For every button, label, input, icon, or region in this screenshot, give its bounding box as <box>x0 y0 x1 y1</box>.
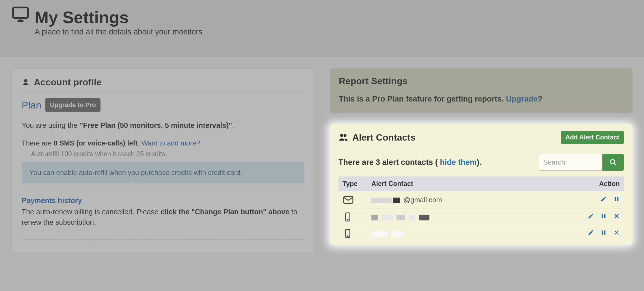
svg-rect-3 <box>615 197 616 201</box>
contact-cell: @gmail.com <box>367 191 531 209</box>
table-row <box>338 209 624 225</box>
mobile-icon <box>343 228 363 239</box>
report-upgrade-link[interactable]: Upgrade <box>506 95 538 103</box>
x-icon <box>613 213 620 219</box>
pause-icon <box>600 213 607 219</box>
svg-rect-7 <box>602 214 603 218</box>
delete-contact-button[interactable] <box>613 229 620 236</box>
report-text-prefix: This is a Pro Plan feature for getting r… <box>339 95 506 103</box>
report-text-suffix: ? <box>538 95 543 103</box>
report-settings-title: Report Settings <box>339 76 623 86</box>
payments-text: The auto-renew billing is cancelled. Ple… <box>22 207 304 228</box>
plan-desc-prefix: You are using the <box>22 121 80 129</box>
add-sms-link[interactable]: Want to add more? <box>142 139 200 147</box>
report-settings-panel: Report Settings This is a Pro Plan featu… <box>330 69 632 113</box>
alert-contacts-panel: Alert Contacts Add Alert Contact There a… <box>330 124 632 245</box>
separator <box>22 191 304 191</box>
report-settings-text: This is a Pro Plan feature for getting r… <box>339 95 623 104</box>
svg-rect-8 <box>604 214 606 218</box>
svg-point-10 <box>347 236 348 237</box>
pause-icon <box>600 229 607 236</box>
alert-count-prefix: There are 3 alert contacts ( <box>338 158 440 167</box>
autorefill-checkbox[interactable] <box>22 151 28 157</box>
contact-cell <box>367 225 531 242</box>
autorefill-label: Auto-refill 100 credits when it reach 25… <box>31 150 167 158</box>
contact-cell <box>367 209 531 225</box>
users-icon <box>338 132 348 142</box>
user-icon <box>22 78 30 86</box>
edit-contact-button[interactable] <box>588 213 594 219</box>
plan-desc-bold: "Free Plan (50 monitors, 5 minute interv… <box>80 121 232 129</box>
pause-contact-button[interactable] <box>600 213 607 219</box>
page-subtitle: A place to find all the details about yo… <box>35 27 632 36</box>
table-row <box>338 225 624 242</box>
search-group <box>539 154 624 171</box>
search-icon <box>609 158 617 166</box>
envelope-icon <box>343 194 363 206</box>
plan-desc-suffix: . <box>232 121 234 129</box>
svg-point-6 <box>347 219 348 220</box>
table-header-row: Type Alert Contact Action <box>338 176 624 191</box>
plan-description: You are using the "Free Plan (50 monitor… <box>22 121 304 134</box>
x-icon <box>613 229 620 236</box>
pause-icon <box>613 196 620 202</box>
col-action: Action <box>531 176 624 191</box>
autorefill-row[interactable]: Auto-refill 100 credits when it reach 25… <box>22 150 304 158</box>
upgrade-to-pro-button[interactable]: Upgrade to Pro <box>45 98 100 112</box>
svg-point-1 <box>611 160 615 164</box>
mobile-icon <box>343 212 363 222</box>
svg-rect-0 <box>13 8 28 18</box>
col-type: Type <box>338 176 367 191</box>
add-alert-contact-button[interactable]: Add Alert Contact <box>561 131 624 144</box>
monitor-icon <box>12 5 29 23</box>
search-input[interactable] <box>539 154 602 171</box>
delete-contact-button[interactable] <box>613 213 620 219</box>
separator <box>22 239 304 240</box>
payments-text-bold: click the "Change Plan button" above <box>161 208 289 216</box>
edit-contact-button[interactable] <box>588 229 594 236</box>
contact-text: @gmail.com <box>403 196 442 204</box>
sms-bold: 0 SMS (or voice-calls) left <box>54 139 138 147</box>
page-header: My Settings A place to find all the deta… <box>0 0 644 57</box>
account-profile-panel: Account profile Plan Upgrade to Pro You … <box>12 69 314 253</box>
autorefill-info-callout: You can enable auto-refill when you purc… <box>22 162 304 183</box>
sms-balance-row: There are 0 SMS (or voice-calls) left. W… <box>22 139 304 147</box>
pause-contact-button[interactable] <box>613 196 620 202</box>
pause-contact-button[interactable] <box>600 229 607 236</box>
payments-history-link[interactable]: Payments history <box>22 196 304 205</box>
table-row: @gmail.com <box>338 191 624 209</box>
plan-link[interactable]: Plan <box>22 100 41 111</box>
pencil-icon <box>588 229 594 236</box>
alert-count-text: There are 3 alert contacts ( hide them). <box>338 158 481 167</box>
payments-text-prefix: The auto-renew billing is cancelled. Ple… <box>22 208 161 216</box>
hide-contacts-link[interactable]: hide them <box>440 158 477 167</box>
sms-suffix: . <box>137 139 141 147</box>
alert-contacts-table: Type Alert Contact Action <box>338 176 624 242</box>
edit-contact-button[interactable] <box>600 196 607 202</box>
account-profile-title: Account profile <box>34 77 102 88</box>
alert-count-suffix: ). <box>477 158 482 167</box>
svg-rect-4 <box>617 197 619 201</box>
pencil-icon <box>600 196 607 202</box>
col-contact: Alert Contact <box>367 176 531 191</box>
sms-prefix: There are <box>22 139 54 147</box>
svg-rect-11 <box>602 231 603 235</box>
pencil-icon <box>588 213 594 219</box>
search-button[interactable] <box>602 154 624 171</box>
svg-rect-12 <box>604 231 606 235</box>
alert-contacts-title: Alert Contacts <box>352 132 416 143</box>
page-title: My Settings <box>35 8 129 27</box>
